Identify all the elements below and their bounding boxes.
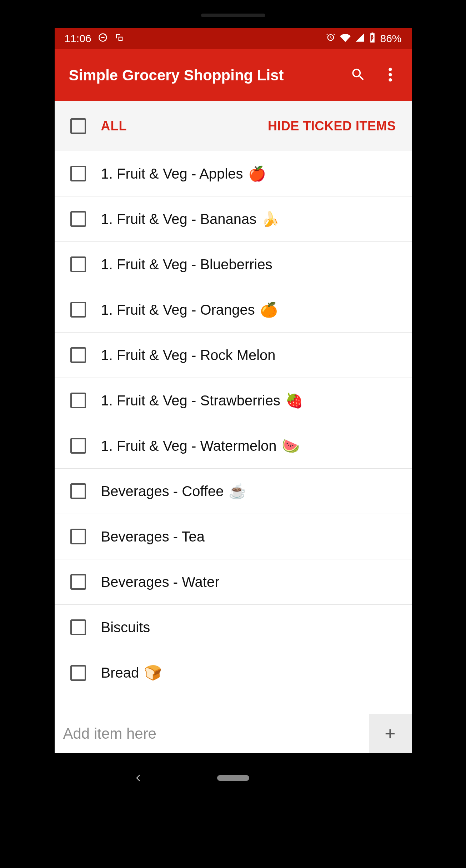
- nav-home-pill[interactable]: [217, 775, 249, 781]
- item-label: 1. Fruit & Veg - Bananas: [101, 211, 257, 227]
- filter-bar: ALL HIDE TICKED ITEMS: [55, 101, 412, 151]
- item-checkbox[interactable]: [70, 529, 86, 544]
- item-checkbox[interactable]: [70, 347, 86, 363]
- device-frame: 11:06: [0, 0, 466, 868]
- plus-icon: +: [385, 723, 395, 744]
- item-checkbox[interactable]: [70, 483, 86, 499]
- list-item[interactable]: 1. Fruit & Veg - Blueberries: [55, 242, 412, 287]
- item-checkbox[interactable]: [70, 211, 86, 227]
- item-label: 1. Fruit & Veg - Strawberries: [101, 393, 280, 409]
- more-button[interactable]: [380, 65, 401, 86]
- item-emoji-icon: 🍞: [144, 664, 162, 681]
- list-item[interactable]: 1. Fruit & Veg - Bananas🍌: [55, 196, 412, 242]
- svg-point-1: [389, 73, 392, 76]
- list-item[interactable]: 1. Fruit & Veg - Watermelon🍉: [55, 423, 412, 469]
- list-item[interactable]: Beverages - Water: [55, 559, 412, 605]
- app-bar: Simple Grocery Shopping List: [55, 49, 412, 101]
- list-item[interactable]: Beverages - Tea: [55, 514, 412, 559]
- wifi-icon: [340, 32, 351, 45]
- add-item-input[interactable]: [55, 714, 369, 753]
- battery-percent: 86%: [380, 33, 401, 45]
- item-emoji-icon: 🍎: [248, 165, 266, 182]
- svg-point-2: [389, 78, 392, 81]
- add-item-bar: +: [55, 714, 412, 753]
- item-checkbox[interactable]: [70, 438, 86, 454]
- item-label: Bread: [101, 665, 139, 681]
- item-label: 1. Fruit & Veg - Apples: [101, 166, 243, 182]
- item-label: 1. Fruit & Veg - Rock Melon: [101, 347, 276, 363]
- speaker-grille: [201, 14, 265, 17]
- screen: 11:06: [55, 28, 412, 753]
- item-label: Beverages - Coffee: [101, 483, 224, 499]
- search-icon: [350, 67, 366, 84]
- status-right: 86%: [326, 32, 401, 45]
- status-time: 11:06: [65, 33, 91, 45]
- nav-back-button[interactable]: [133, 770, 143, 786]
- item-emoji-icon: 🍊: [260, 301, 278, 318]
- search-button[interactable]: [347, 65, 369, 86]
- svg-point-0: [389, 68, 392, 71]
- item-label: Biscuits: [101, 619, 150, 635]
- item-checkbox[interactable]: [70, 302, 86, 318]
- dnd-icon: [98, 33, 108, 45]
- item-emoji-icon: 🍓: [285, 392, 303, 409]
- list-item[interactable]: 1. Fruit & Veg - Rock Melon: [55, 333, 412, 378]
- list-item[interactable]: 1. Fruit & Veg - Oranges🍊: [55, 287, 412, 333]
- item-emoji-icon: 🍌: [261, 211, 279, 228]
- item-label: Beverages - Tea: [101, 529, 205, 545]
- nav-bar: [55, 764, 412, 792]
- app-title: Simple Grocery Shopping List: [69, 67, 337, 84]
- list-item[interactable]: Biscuits: [55, 605, 412, 650]
- item-checkbox[interactable]: [70, 256, 86, 272]
- filter-all-button[interactable]: ALL: [101, 119, 127, 134]
- list-item[interactable]: 1. Fruit & Veg - Strawberries🍓: [55, 378, 412, 423]
- alarm-icon: [326, 33, 336, 45]
- select-all-checkbox[interactable]: [70, 118, 86, 134]
- battery-icon: [369, 33, 376, 45]
- item-checkbox[interactable]: [70, 665, 86, 681]
- signal-icon: [355, 33, 365, 45]
- status-bar: 11:06: [55, 28, 412, 49]
- item-label: Beverages - Water: [101, 574, 220, 590]
- item-checkbox[interactable]: [70, 619, 86, 635]
- item-label: 1. Fruit & Veg - Oranges: [101, 302, 255, 318]
- add-item-button[interactable]: +: [369, 714, 412, 753]
- item-checkbox[interactable]: [70, 393, 86, 408]
- item-label: 1. Fruit & Veg - Watermelon: [101, 438, 277, 454]
- grocery-list[interactable]: 1. Fruit & Veg - Apples🍎1. Fruit & Veg -…: [55, 151, 412, 714]
- screenshot-icon: [114, 33, 124, 45]
- list-item[interactable]: Bread🍞: [55, 650, 412, 695]
- item-emoji-icon: 🍉: [282, 438, 300, 454]
- item-checkbox[interactable]: [70, 166, 86, 181]
- status-left: 11:06: [65, 33, 124, 45]
- hide-ticked-button[interactable]: HIDE TICKED ITEMS: [268, 119, 396, 134]
- item-label: 1. Fruit & Veg - Blueberries: [101, 256, 272, 273]
- item-emoji-icon: ☕: [229, 483, 246, 500]
- item-checkbox[interactable]: [70, 574, 86, 590]
- list-item[interactable]: Beverages - Coffee☕: [55, 469, 412, 514]
- more-vert-icon: [388, 67, 392, 84]
- list-item[interactable]: 1. Fruit & Veg - Apples🍎: [55, 151, 412, 196]
